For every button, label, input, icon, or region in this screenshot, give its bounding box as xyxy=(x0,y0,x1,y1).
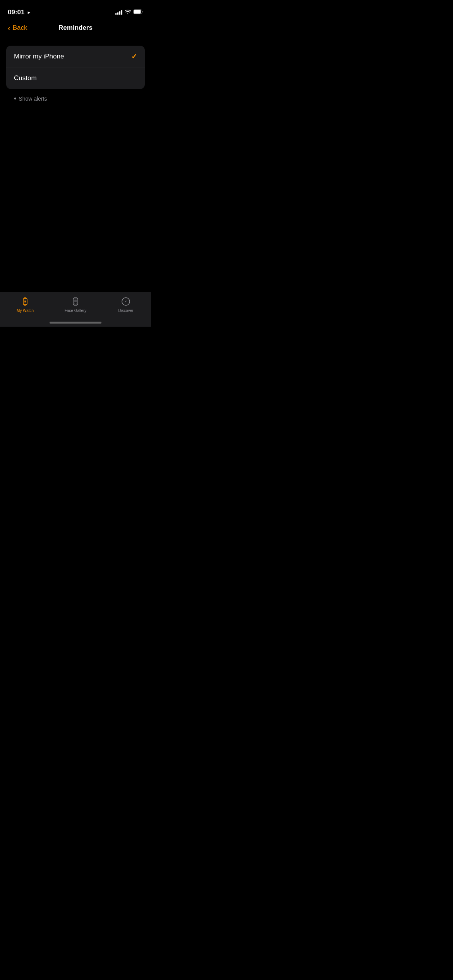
signal-icon xyxy=(115,10,122,15)
face-gallery-icon xyxy=(70,296,81,307)
my-watch-tab-label: My Watch xyxy=(17,308,34,313)
tab-my-watch[interactable]: My Watch xyxy=(0,296,50,313)
mirror-iphone-label: Mirror my iPhone xyxy=(14,53,64,60)
content-area: Mirror my iPhone ✓ Custom • Show alerts xyxy=(0,38,151,105)
show-alerts-text: Show alerts xyxy=(19,96,47,102)
page-title: Reminders xyxy=(58,24,93,32)
face-gallery-tab-label: Face Gallery xyxy=(65,308,87,313)
battery-icon xyxy=(133,9,143,16)
discover-icon xyxy=(120,296,131,307)
custom-option[interactable]: Custom xyxy=(6,67,145,89)
chevron-left-icon: ‹ xyxy=(8,24,10,32)
svg-rect-10 xyxy=(74,300,77,302)
home-indicator xyxy=(50,322,101,324)
tab-face-gallery[interactable]: Face Gallery xyxy=(50,296,101,313)
svg-rect-1 xyxy=(134,10,141,14)
status-icons xyxy=(115,9,143,16)
bullet-icon: • xyxy=(14,95,16,102)
wifi-icon xyxy=(125,9,131,16)
navigation-bar: ‹ Back Reminders xyxy=(0,19,151,38)
custom-label: Custom xyxy=(14,74,37,82)
options-card: Mirror my iPhone ✓ Custom xyxy=(6,46,145,89)
status-time: 09:01 ► xyxy=(8,9,31,16)
location-arrow-icon: ► xyxy=(27,10,31,15)
checkmark-icon: ✓ xyxy=(131,52,137,61)
mirror-iphone-option[interactable]: Mirror my iPhone ✓ xyxy=(6,46,145,67)
svg-rect-11 xyxy=(74,303,75,303)
back-button[interactable]: ‹ Back xyxy=(8,24,27,32)
status-bar: 09:01 ► xyxy=(0,0,151,19)
svg-rect-12 xyxy=(76,303,77,303)
svg-rect-9 xyxy=(74,305,77,306)
discover-tab-label: Discover xyxy=(118,308,134,313)
svg-point-6 xyxy=(25,301,26,302)
show-alerts-hint: • Show alerts xyxy=(6,92,145,105)
svg-rect-8 xyxy=(74,297,77,298)
svg-point-16 xyxy=(125,301,126,302)
svg-rect-3 xyxy=(24,297,26,298)
svg-rect-4 xyxy=(24,305,26,306)
my-watch-icon xyxy=(20,296,31,307)
tab-discover[interactable]: Discover xyxy=(101,296,151,313)
back-label: Back xyxy=(13,24,27,32)
